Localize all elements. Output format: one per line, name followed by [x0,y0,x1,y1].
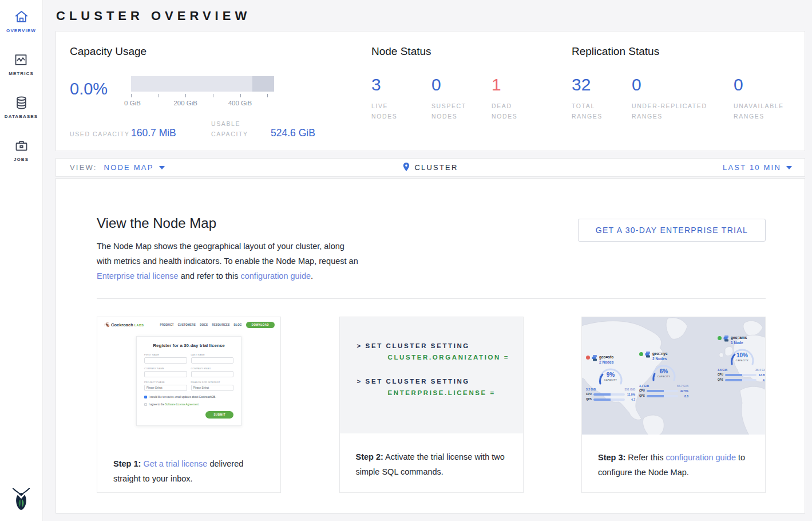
capacity-axis-labels: 0 GiB 200 GiB 400 GiB [131,100,274,108]
capacity-used: 3.7 GiB [639,384,649,388]
nav-item: PRODUCT [160,323,173,326]
configuration-guide-link[interactable]: configuration guide [240,271,311,281]
select-input: Please Select [144,385,187,391]
node-stack-icon [723,336,729,342]
suspect-nodes-value: 0 [431,75,492,94]
logo-text: Cockroach [111,322,133,327]
nav-item: BLOG [234,323,242,326]
briefcase-icon [14,138,29,153]
scope-breadcrumb: CLUSTER [402,162,458,173]
qps-bar [593,398,625,401]
time-range-value: LAST 10 MIN [723,163,781,172]
total-ranges-label: TOTAL RANGES [572,101,615,122]
qps-value: 8.8 [680,394,688,398]
sidebar: OVERVIEW METRICS DATABASES [0,0,43,521]
step-label: Step 2: [356,452,383,461]
view-bar: VIEW: NODE MAP CLUSTER LAST 10 MIN [56,158,805,177]
node-status-live-icon [639,352,643,356]
dead-nodes-value: 1 [492,75,532,94]
qps-value: 4.7 [627,398,635,401]
checkbox-label: I would like to receive email updates ab… [149,396,216,398]
step-label: Step 3: [598,453,625,462]
step-3-caption: Step 3: Refer this configuration guide t… [582,435,765,480]
cluster-summary-panel: Capacity Usage 0.0% 0 GiB 200 GiB 400 Gi… [56,31,805,151]
qps-label: QPS [718,378,723,381]
sidebar-item-jobs[interactable]: JOBS [14,138,29,162]
submit-button: SUBMIT [205,411,233,419]
text-input [144,357,187,364]
capacity-used: 3.2 GiB [586,388,596,391]
capacity-label: CAPACITY [649,376,679,378]
qps-label: QPS [586,398,592,401]
step-3-card: geo=sfo2 Nodes 9% CAPACITY 3.2 GiB351 Gi… [581,317,766,493]
cpu-value: 12.3% [758,373,765,377]
cpu-bar [593,393,625,396]
node-map-panel: View the Node Map The Node Map shows the… [56,178,805,514]
capacity-percent: 9% [596,372,625,378]
capacity-gauge: 10% CAPACITY [727,346,757,367]
sidebar-item-overview[interactable]: OVERVIEW [6,9,36,33]
field-label: FIRST NAME [144,353,187,356]
node-stack-icon [592,355,597,361]
checkbox-unchecked [144,403,147,406]
step-1-caption: Step 1: Get a trial license delivered st… [97,449,280,486]
live-nodes-value: 3 [371,75,431,94]
suspect-nodes-label: SUSPECT NODES [431,101,477,122]
text-input [144,371,187,377]
node-stack-icon [645,352,651,358]
field-label: LAST NAME [191,353,234,356]
cockroach-labs-logo: 🪳 Cockroach LABS [104,322,144,327]
cpu-value: 42.5% [680,389,688,393]
main-content: CLUSTER OVERVIEW Capacity Usage 0.0% 0 G… [43,0,812,520]
cpu-label: CPU [718,373,723,376]
sidebar-item-databases[interactable]: DATABASES [5,95,38,119]
checkbox-checked [144,396,147,398]
chevron-down-icon [159,166,165,169]
locality-name: geo=nyc [652,352,668,357]
capacity-gauge: 9% CAPACITY [596,366,625,386]
unavailable-ranges-value: 0 [734,75,799,94]
enterprise-trial-button[interactable]: GET A 30-DAY ENTERPRISE TRIAL [578,219,766,242]
step-label: Step 1: [113,459,141,468]
usable-capacity-label: USABLE CAPACITY [211,119,271,140]
capacity-percent: 6% [649,368,679,374]
caption-text: Refer this [625,453,666,462]
configuration-guide-link[interactable]: configuration guide [666,453,736,462]
capacity-label: CAPACITY [727,360,757,362]
home-icon [14,9,29,25]
text-input [191,371,234,377]
under-replicated-ranges-value: 0 [632,75,734,94]
text-input [191,357,234,364]
node-widget-sfo: geo=sfo2 Nodes 9% CAPACITY 3.2 GiB351 Gi… [586,355,635,401]
capacity-usage-title: Capacity Usage [70,45,339,58]
node-widget-ams: geo=ams1 Node 10% CAPACITY 3.6 GiB36.4 G… [718,336,765,382]
database-icon [14,95,29,110]
sidebar-item-label: DATABASES [5,114,38,119]
view-selected-value: NODE MAP [104,163,154,172]
sidebar-item-metrics[interactable]: METRICS [9,52,34,76]
get-trial-license-link[interactable]: Get a trial license [143,459,207,468]
time-range-dropdown[interactable]: LAST 10 MIN [723,163,792,172]
axis-label: 200 GiB [173,100,197,106]
select-input: Please Select [191,385,234,391]
cockroachdb-logo [10,487,32,514]
capacity-total: 36.4 GiB [755,368,765,372]
node-status-title: Node Status [371,45,560,58]
capacity-label: CAPACITY [596,379,625,381]
trial-registration-form: Register for a 30-day trial license FIRS… [136,336,241,426]
map-pin-icon [402,162,410,173]
node-count: 1 Node [731,341,747,345]
trial-registration-screenshot: 🪳 Cockroach LABS PRODUCT CUSTOMERS DOCS … [97,317,280,449]
locality-name: geo=sfo [599,355,613,360]
capacity-total: 351 GiB [624,388,635,391]
sql-prompt: > SET CLUSTER SETTING [357,342,523,349]
form-title: Register for a 30-day trial license [144,343,233,348]
scope-label: CLUSTER [414,163,458,172]
enterprise-trial-license-link[interactable]: Enterprise trial license [97,271,179,281]
sql-commands-snippet: > SET CLUSTER SETTING CLUSTER.ORGANIZATI… [340,317,523,433]
view-selector-dropdown[interactable]: NODE MAP [104,163,165,172]
field-label: REASON FOR INTEREST [191,381,234,384]
description-text: and refer to this [179,271,241,281]
unavailable-ranges-label: UNAVAILABLE RANGES [734,101,799,122]
site-nav: PRODUCT CUSTOMERS DOCS RESOURCES BLOG DO… [160,322,275,328]
